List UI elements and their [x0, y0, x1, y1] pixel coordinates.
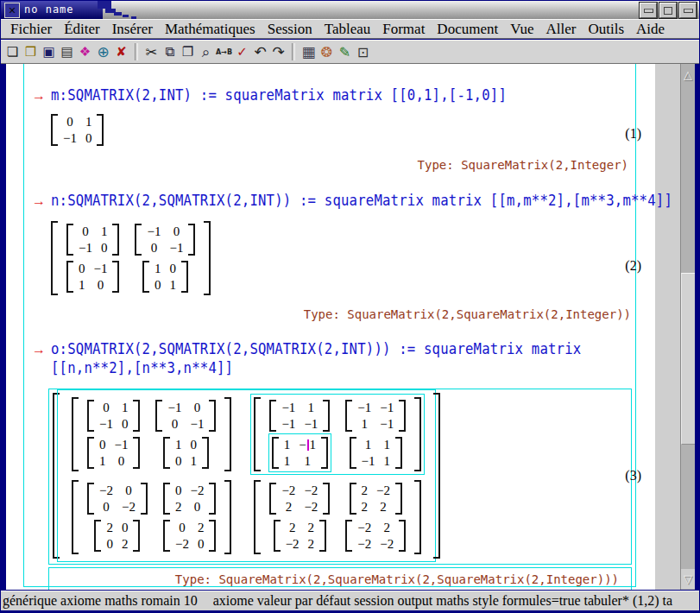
matrix-cell[interactable]: 0 [95, 437, 110, 453]
maximize-button[interactable] [659, 3, 677, 18]
matrix-cell[interactable]: 1 [97, 224, 112, 240]
matrix-cell[interactable]: −2 [300, 499, 322, 515]
matrix-cell[interactable]: 2 [357, 499, 373, 515]
matrix-cell[interactable]: −2 [186, 483, 208, 499]
matrix-cell[interactable]: −1 [163, 400, 186, 416]
matrix-cell[interactable]: 0 [171, 483, 186, 499]
matrix-cell[interactable]: 1 [380, 453, 395, 470]
matrix[interactable]: −2−22−22−22222−22−22−2−2 [254, 480, 421, 554]
matrix-cell[interactable]: 1 [353, 416, 375, 433]
matrix-cell[interactable]: −1 [375, 416, 398, 433]
matrix-cell[interactable]: 0 [102, 536, 117, 553]
undo-icon[interactable] [251, 42, 269, 61]
matrix-cell[interactable]: −1 [300, 416, 322, 433]
matrix-cell[interactable]: 1 [294, 453, 320, 470]
matrix-cell[interactable]: −11−1−1 [262, 397, 337, 434]
save-document-icon[interactable] [40, 42, 58, 61]
matrix-cell[interactable]: −1 [95, 416, 117, 433]
globe-icon[interactable] [94, 42, 112, 61]
matrix[interactable]: −11−1−1 [269, 400, 330, 432]
matrix-cell[interactable]: 1 [95, 453, 110, 470]
matrix-cell[interactable]: 0 [193, 536, 209, 553]
matrix-cell[interactable]: −1−11−1 [337, 397, 413, 434]
matrix-cell[interactable]: 01−10 [79, 397, 148, 434]
print-document-icon[interactable] [58, 42, 76, 61]
matrix[interactable]: −1−11−1 [345, 400, 406, 432]
replace-icon[interactable] [215, 42, 233, 61]
matrix-cell[interactable]: 1001 [127, 258, 203, 295]
matrix-cell[interactable]: 2 [281, 520, 304, 536]
session-output-1[interactable]: 01−10 [51, 114, 104, 146]
matrix-cell[interactable]: 1−111 [262, 434, 337, 471]
input-code-3-line1[interactable]: o:SQMATRIX(2,SQMATRIX(2,SQMATRIX(2,INT))… [51, 340, 581, 357]
matrix-cell[interactable]: −1 [375, 400, 398, 416]
matrix-cell[interactable]: 0 [117, 520, 133, 536]
matrix[interactable]: 0−110 [66, 261, 119, 293]
matrix-cell[interactable]: 2 [304, 520, 319, 536]
matrix-cell[interactable]: −2−22−22−22222−22−22−2−2 [243, 476, 432, 559]
matrix-cell[interactable]: 22−22 [262, 517, 337, 554]
matrix-cell[interactable]: 0 [110, 453, 133, 470]
matrix-cell[interactable]: 1 [380, 437, 395, 453]
scroll-up-icon[interactable] [681, 65, 695, 85]
matrix-cell[interactable]: −1 [294, 437, 320, 453]
menu-inserer[interactable]: Insérer [106, 21, 159, 38]
matrix[interactable]: 01−10−100−10−1101001 [72, 397, 231, 471]
focused-type-cell[interactable]: Type: SquareMatrix(2,SquareMatrix(2,Squa… [48, 567, 632, 590]
matrix[interactable]: 01−10−100−10−1101001 [51, 221, 211, 295]
matrix-cell[interactable]: 2 [375, 520, 398, 536]
matrix-cell[interactable]: 0 [186, 499, 208, 515]
matrix-cell[interactable]: −1 [165, 240, 187, 256]
matrix-cell[interactable]: 0 [74, 224, 97, 240]
menu-tableau[interactable]: Tableau [318, 21, 377, 38]
matrix-cell[interactable]: −1 [142, 224, 165, 240]
book-icon[interactable] [76, 42, 94, 61]
session-input-3[interactable]: → o:SQMATRIX(2,SQMATRIX(2,SQMATRIX(2,INT… [32, 340, 627, 357]
matrix-cell[interactable]: −2 [372, 483, 394, 499]
matrix-cell[interactable]: 0 [165, 261, 180, 277]
session-input-1[interactable]: → m:SQMATRIX(2,INT) := squareMatrix matr… [32, 86, 546, 104]
matrix-cell[interactable]: −100−1 [127, 221, 203, 258]
matrix-cell[interactable]: 0 [117, 416, 133, 433]
matrix-cell[interactable]: 2−222 [337, 480, 413, 517]
menu-mathematiques[interactable]: Mathématiques [159, 21, 262, 38]
matrix[interactable]: −200−20−220200202−20 [72, 480, 231, 554]
menu-format[interactable]: Format [376, 21, 431, 38]
matrix-cell[interactable]: −2 [281, 536, 304, 553]
open-document-icon[interactable] [22, 42, 40, 61]
focused-output-cell[interactable]: 01−10−100−10−1101001−11−1−1−1−11−11−1111… [48, 389, 632, 565]
matrix-cell[interactable]: 0−110 [79, 434, 148, 471]
matrix-cell[interactable]: −200−20−220200202−20 [60, 476, 243, 559]
matrix[interactable]: −100−1 [155, 400, 216, 432]
matrix-cell[interactable]: 0 [95, 499, 117, 515]
matrix-cell[interactable]: −2 [300, 483, 322, 499]
scrollbar-thumb[interactable] [681, 273, 695, 445]
matrix-cell[interactable]: 0 [117, 483, 140, 499]
matrix-cell[interactable]: −2 [95, 483, 117, 499]
matrix-cell[interactable]: −1 [357, 453, 380, 470]
matrix-cell[interactable]: 2 [357, 483, 373, 499]
matrix-cell[interactable]: 02−20 [155, 517, 224, 554]
matrix-cell[interactable]: −22−2−2 [337, 517, 413, 554]
matrix-cell[interactable]: 0 [165, 224, 187, 240]
table-icon[interactable] [300, 42, 318, 61]
pencil-icon[interactable] [336, 42, 354, 61]
matrix[interactable]: −11−1−1−1−11−11−11111−11 [254, 397, 421, 471]
menu-vue[interactable]: Vue [504, 21, 539, 38]
paste-icon[interactable] [179, 42, 197, 61]
matrix[interactable]: 1001 [142, 261, 188, 293]
titlebar[interactable]: no name [1, 1, 699, 19]
matrix-cell[interactable]: 2002 [79, 517, 155, 554]
search-icon[interactable] [197, 42, 215, 61]
close-window-button[interactable] [4, 3, 20, 18]
matrix-cell[interactable]: 2 [193, 520, 209, 536]
matrix[interactable]: 01−10 [87, 400, 140, 432]
scroll-down-icon[interactable] [681, 569, 695, 589]
matrix-cell[interactable]: 1 [280, 437, 295, 453]
matrix-cell[interactable]: 2 [304, 536, 319, 553]
menu-session[interactable]: Session [262, 21, 318, 38]
matrix-cell[interactable]: 1 [117, 400, 133, 416]
matrix-cell[interactable]: 1 [165, 277, 180, 294]
matrix[interactable]: 22−22 [274, 520, 326, 552]
matrix-cell[interactable]: 0−220 [155, 480, 224, 517]
